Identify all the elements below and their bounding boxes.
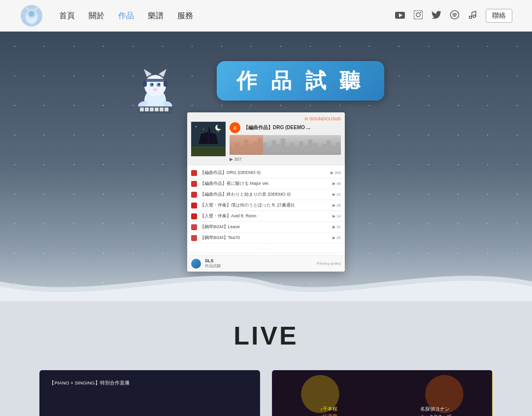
- svg-point-12: [469, 16, 472, 18]
- contact-button[interactable]: 聯絡: [486, 9, 512, 23]
- svg-point-24: [153, 88, 158, 91]
- instagram-icon[interactable]: [414, 10, 423, 22]
- nav-about[interactable]: 關於: [89, 11, 104, 20]
- nav-works[interactable]: 作品: [118, 11, 134, 20]
- svg-text:♪ミックスナップ: ♪ミックスナップ: [418, 414, 452, 416]
- sc-track-5[interactable]: 【入聲・伴奏】Avid ft. Ronn ▶ 14: [187, 211, 345, 222]
- youtube-icon[interactable]: [395, 11, 405, 21]
- svg-point-5: [29, 11, 34, 17]
- svg-point-42: [203, 129, 204, 130]
- sc-track-4[interactable]: 【入聲・伴奏】僕は何のうとぼった ft. 計畫通社 ▶ 28: [187, 200, 345, 211]
- hero-content: 作 品 試 聽: [0, 32, 532, 272]
- live-section: LIVE: [0, 301, 532, 416]
- svg-text:名探偵ヨナン: 名探偵ヨナン: [420, 406, 450, 412]
- svg-text:♪紅蓮華: ♪紅蓮華: [320, 414, 337, 416]
- sc-playlist: 【編曲作品】DRG (DEEMO II) ▶ 308 【編曲作品】夜に駆ける M…: [187, 166, 345, 255]
- sc-artwork: [191, 122, 226, 156]
- svg-rect-26: [143, 81, 147, 87]
- svg-point-10: [420, 11, 421, 12]
- navigation: 首頁 關於 作品 樂譜 服務 聯絡: [0, 0, 532, 32]
- sc-track-title: 【編曲作品】DRG (DEEMO ...: [243, 124, 310, 131]
- sc-logo: in SOUNDCLOUD: [230, 116, 341, 121]
- sc-player: in SOUNDCLOUD ⏸ 【編曲作品】DRG (DEEMO ...: [187, 112, 345, 166]
- sc-pause-button[interactable]: ⏸: [230, 122, 240, 133]
- svg-text:【PIANO × SINGING】特別合作直播: 【PIANO × SINGING】特別合作直播: [49, 380, 129, 385]
- nav-services[interactable]: 服務: [177, 11, 193, 20]
- svg-rect-25: [145, 79, 165, 82]
- mascot-character: [133, 61, 177, 117]
- logo[interactable]: [20, 4, 43, 28]
- svg-text:♪千本桜: ♪千本桜: [320, 406, 337, 412]
- nav-links: 首頁 關於 作品 樂譜 服務: [59, 11, 395, 21]
- video-grid: 直播 【PIANO × SINGING】特別合作直播 【PIANO × SING…: [39, 370, 493, 416]
- soundcloud-widget[interactable]: in SOUNDCLOUD ⏸ 【編曲作品】DRG (DEEMO ...: [187, 112, 345, 272]
- sc-waveform[interactable]: [230, 135, 341, 155]
- nav-scores[interactable]: 樂譜: [148, 11, 164, 20]
- twitter-icon[interactable]: [432, 11, 441, 21]
- svg-rect-33: [150, 107, 154, 111]
- svg-point-43: [218, 131, 219, 132]
- svg-rect-32: [145, 107, 149, 111]
- svg-rect-34: [155, 107, 159, 111]
- sc-time: ▶ 307: [230, 157, 341, 162]
- nav-home[interactable]: 首頁: [59, 11, 75, 20]
- sc-track-6[interactable]: 【鋼琴BGM】Leave ▶ 31: [187, 222, 345, 233]
- wave-divider: [0, 262, 532, 301]
- live-section-inner: LIVE: [39, 321, 493, 416]
- sc-track-more[interactable]: · · ·: [187, 243, 345, 253]
- nav-social: 聯絡: [395, 9, 512, 23]
- sc-track-7[interactable]: 【鋼琴BGM】Tea70 ▶ 25: [187, 233, 345, 243]
- title-banner-wrapper: 作 品 試 聽: [177, 61, 384, 101]
- svg-point-40: [196, 126, 197, 127]
- live-title: LIVE: [39, 321, 493, 350]
- video-thumb-1[interactable]: 直播 【PIANO × SINGING】特別合作直播 【PIANO × SING…: [39, 370, 260, 416]
- hero-title: 作 品 試 聽: [217, 61, 384, 101]
- sc-track-3[interactable]: 【編曲作品】終わりと始まりの音 (DEEMO II) ▶ 22: [187, 189, 345, 200]
- svg-rect-31: [140, 107, 144, 111]
- svg-rect-35: [160, 107, 164, 111]
- svg-point-45: [217, 124, 222, 129]
- svg-point-13: [473, 15, 476, 17]
- spotify-icon[interactable]: [450, 10, 459, 22]
- svg-point-23: [158, 83, 160, 85]
- sc-track-2[interactable]: 【編曲作品】夜に駆ける Major ver. ▶ 48: [187, 178, 345, 189]
- svg-rect-46: [40, 370, 260, 416]
- svg-rect-36: [165, 107, 168, 111]
- svg-point-9: [416, 13, 420, 17]
- sc-player-right: in SOUNDCLOUD ⏸ 【編曲作品】DRG (DEEMO ...: [230, 116, 341, 162]
- svg-rect-27: [164, 81, 167, 87]
- video-thumb-2[interactable]: 名探偵ヨナン ♪ミックスナップ ♪千本桜 ♪紅蓮華 至小化石ネリカムピアニスト連…: [272, 370, 493, 416]
- svg-rect-8: [414, 10, 423, 19]
- svg-point-15: [144, 75, 166, 97]
- music-icon[interactable]: [468, 10, 477, 22]
- sc-track-1[interactable]: 【編曲作品】DRG (DEEMO II) ▶ 308: [187, 168, 345, 178]
- hero-section: 作 品 試 聽: [0, 32, 532, 301]
- svg-point-22: [151, 83, 153, 85]
